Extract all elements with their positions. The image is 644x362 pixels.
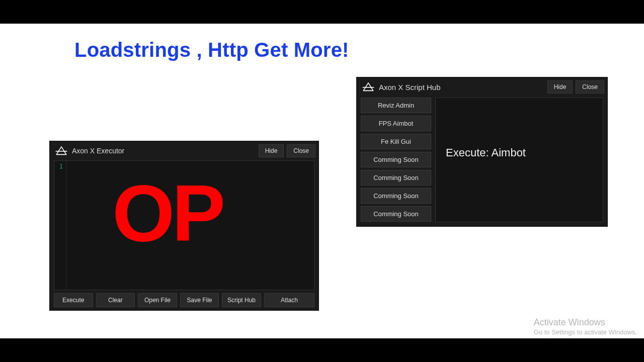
app-logo-icon <box>55 145 68 156</box>
close-button[interactable]: Close <box>287 144 315 157</box>
clear-button[interactable]: Clear <box>96 293 135 307</box>
execute-label: Execute: Aimbot <box>446 146 526 159</box>
attach-button[interactable]: Attach <box>264 293 314 307</box>
hub-item-coming-soon[interactable]: Comming Soon <box>361 206 431 222</box>
line-gutter: 1 <box>54 161 66 290</box>
canvas: Loadstrings , Http Get More! Axon X Exec… <box>0 24 644 338</box>
hide-button[interactable]: Hide <box>547 80 573 94</box>
executor-toolbar: Execute Clear Open File Save File Script… <box>54 293 314 307</box>
hub-item-reviz-admin[interactable]: Reviz Admin <box>361 98 431 113</box>
open-file-button[interactable]: Open File <box>138 293 177 307</box>
hub-item-fps-aimbot[interactable]: FPS Aimbot <box>361 116 431 131</box>
execute-button[interactable]: Execute <box>54 293 93 307</box>
editor-body[interactable] <box>66 161 314 290</box>
executor-titlebar[interactable]: Axon X Executor Hide Close <box>50 141 318 160</box>
app-logo-icon <box>362 81 375 93</box>
scripthub-sidebar: Reviz Admin FPS Aimbot Fe Kill Gui Commi… <box>361 98 431 222</box>
scripthub-title: Axon X Script Hub <box>379 83 441 92</box>
hub-item-coming-soon[interactable]: Comming Soon <box>361 170 431 186</box>
script-hub-button[interactable]: Script Hub <box>222 293 261 307</box>
scripthub-main: Execute: Aimbot <box>435 98 603 222</box>
hub-item-fe-kill-gui[interactable]: Fe Kill Gui <box>361 134 431 149</box>
save-file-button[interactable]: Save File <box>180 293 219 307</box>
close-button[interactable]: Close <box>576 80 604 94</box>
hub-item-coming-soon[interactable]: Comming Soon <box>361 152 431 167</box>
windows-activation-watermark: Activate Windows Go to Settings to activ… <box>534 317 637 336</box>
executor-title: Axon X Executor <box>72 147 124 155</box>
scripthub-titlebar[interactable]: Axon X Script Hub Hide Close <box>357 77 607 97</box>
headline-text: Loadstrings , Http Get More! <box>74 39 349 61</box>
executor-window: Axon X Executor Hide Close 1 OP Execute … <box>49 141 319 311</box>
scripthub-window: Axon X Script Hub Hide Close Reviz Admin… <box>356 77 608 227</box>
code-editor[interactable]: 1 OP <box>54 160 314 290</box>
hub-item-coming-soon[interactable]: Comming Soon <box>361 188 431 204</box>
hide-button[interactable]: Hide <box>259 144 284 157</box>
